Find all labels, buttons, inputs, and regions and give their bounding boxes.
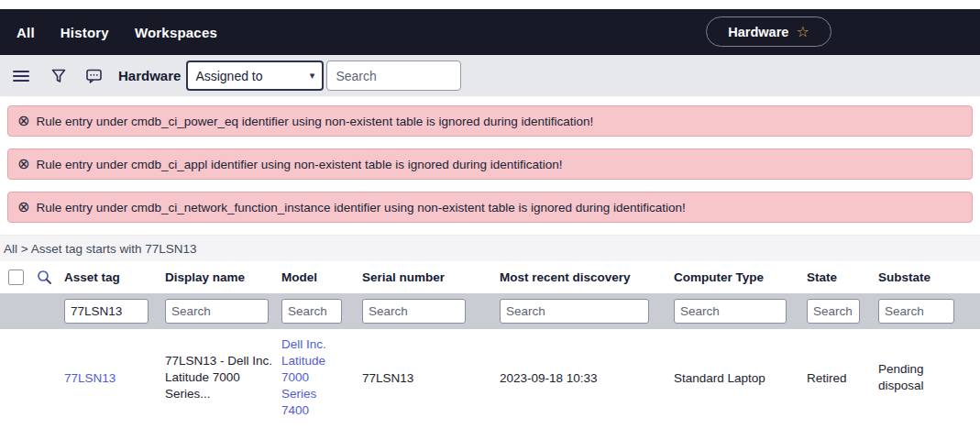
alert-banner: ⊗ Rule entry under cmdb_ci_appl identifi… xyxy=(7,148,973,180)
search-field-selected-value: Assigned to xyxy=(195,69,262,83)
breadcrumb[interactable]: All > Asset tag starts with 77LSN13 xyxy=(4,242,196,256)
favorite-pill-button[interactable]: Hardware ☆ xyxy=(706,16,831,47)
table-header-row: Asset tag Display name Model Serial numb… xyxy=(0,261,980,293)
alert-text: Rule entry under cmdb_ci_network_functio… xyxy=(36,201,685,214)
filter-icon[interactable] xyxy=(51,69,66,83)
alert-banner: ⊗ Rule entry under cmdb_ci_power_eq iden… xyxy=(7,105,973,137)
header-gutter xyxy=(0,270,57,285)
chevron-down-icon: ▾ xyxy=(310,70,315,82)
cell-substate: Pending disposal xyxy=(878,361,937,394)
chat-icon[interactable] xyxy=(86,69,102,83)
column-header-computer-type[interactable]: Computer Type xyxy=(666,270,799,284)
filter-input-most-recent-discovery[interactable] xyxy=(500,299,649,324)
filter-input-serial-number[interactable] xyxy=(362,299,466,324)
column-header-state[interactable]: State xyxy=(799,270,871,284)
top-navbar: All History Workspaces Hardware ☆ xyxy=(0,9,980,55)
column-header-asset-tag[interactable]: Asset tag xyxy=(57,270,158,284)
cell-model-link[interactable]: Dell Inc. Latitude 7000 Series 7400 xyxy=(281,336,347,419)
alert-text: Rule entry under cmdb_ci_power_eq identi… xyxy=(36,115,593,128)
filter-input-display-name[interactable] xyxy=(165,299,269,324)
nav-item-history[interactable]: History xyxy=(61,25,109,40)
circle-x-icon: ⊗ xyxy=(17,114,29,128)
top-white-strip xyxy=(0,0,980,9)
table-row[interactable]: 77LSN13 77LSN13 - Dell Inc. Latitude 700… xyxy=(0,329,980,426)
cell-asset-tag-link[interactable]: 77LSN13 xyxy=(64,371,116,385)
circle-x-icon: ⊗ xyxy=(17,200,29,214)
column-filter-row xyxy=(0,293,980,329)
breadcrumb-bar: All > Asset tag starts with 77LSN13 xyxy=(0,235,980,261)
filter-input-model[interactable] xyxy=(281,299,342,324)
list-title: Hardware xyxy=(118,68,181,83)
cell-serial-number: 77LSN13 xyxy=(362,371,413,385)
alerts-container: ⊗ Rule entry under cmdb_ci_power_eq iden… xyxy=(0,96,980,223)
star-icon[interactable]: ☆ xyxy=(796,25,809,39)
search-field-selector[interactable]: Assigned to ▾ xyxy=(186,60,324,91)
search-icon[interactable] xyxy=(37,270,52,285)
nav-item-workspaces[interactable]: Workspaces xyxy=(135,25,217,40)
cell-state: Retired xyxy=(807,371,847,385)
favorite-pill-label: Hardware xyxy=(728,25,788,39)
list-search-input[interactable] xyxy=(326,60,461,91)
column-header-substate[interactable]: Substate xyxy=(871,270,980,284)
filter-input-computer-type[interactable] xyxy=(674,299,787,324)
select-all-checkbox[interactable] xyxy=(8,270,24,285)
column-header-model[interactable]: Model xyxy=(274,270,355,284)
alert-text: Rule entry under cmdb_ci_appl identifier… xyxy=(36,158,562,171)
column-header-most-recent-discovery[interactable]: Most recent discovery xyxy=(492,270,666,284)
alert-banner: ⊗ Rule entry under cmdb_ci_network_funct… xyxy=(7,192,973,223)
list-menu-icon[interactable] xyxy=(13,70,29,82)
list-toolbar: Hardware Assigned to ▾ xyxy=(0,55,980,96)
filter-input-state[interactable] xyxy=(807,299,860,324)
cell-computer-type: Standard Laptop xyxy=(674,371,765,385)
cell-display-name: 77LSN13 - Dell Inc. Latitude 7000 Series… xyxy=(165,353,281,402)
filter-input-substate[interactable] xyxy=(878,299,954,324)
column-header-display-name[interactable]: Display name xyxy=(158,270,274,284)
circle-x-icon: ⊗ xyxy=(17,157,29,171)
nav-item-all[interactable]: All xyxy=(17,25,35,40)
column-header-serial-number[interactable]: Serial number xyxy=(355,270,492,284)
filter-input-asset-tag[interactable] xyxy=(64,299,149,324)
cell-most-recent-discovery: 2023-09-18 10:33 xyxy=(500,371,598,385)
